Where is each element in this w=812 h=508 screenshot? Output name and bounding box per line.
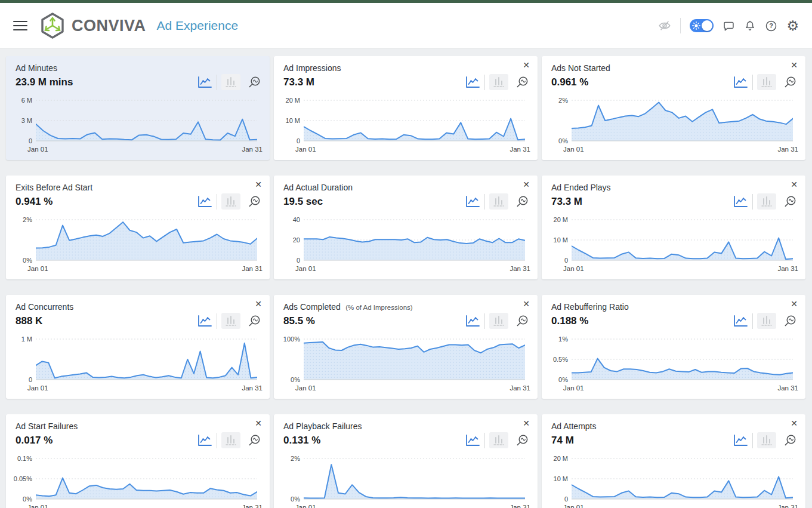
y-axis-tick-label: 6 M (6, 96, 32, 105)
x-axis-end-label: Jan 31 (777, 146, 798, 153)
inspect-magnifier-icon[interactable] (515, 195, 529, 208)
toolbar-divider (752, 313, 753, 329)
inspect-magnifier-icon[interactable] (783, 314, 797, 328)
metric-card: ✕ Ads Not Started 0.961 % (542, 56, 805, 160)
close-icon[interactable]: ✕ (253, 178, 264, 190)
inspect-magnifier-icon[interactable] (248, 433, 261, 447)
y-axis-tick-label: 0% (274, 375, 300, 384)
line-chart-toggle-icon[interactable] (732, 75, 748, 89)
y-axis-tick-label: 0% (6, 494, 32, 504)
bar-chart-toggle-icon[interactable] (757, 193, 776, 210)
y-axis-tick-label: 2% (274, 454, 300, 463)
inspect-magnifier-icon[interactable] (248, 75, 261, 89)
close-icon[interactable]: ✕ (521, 298, 532, 310)
conviva-logo-icon (39, 12, 66, 39)
line-chart-toggle-icon[interactable] (732, 314, 748, 328)
line-chart-toggle-icon[interactable] (464, 195, 480, 208)
line-chart-toggle-icon[interactable] (464, 75, 480, 89)
y-axis-tick-label: 0 (6, 375, 32, 384)
y-axis-tick-label: 40 (274, 215, 300, 224)
bar-chart-toggle-icon[interactable] (221, 193, 240, 210)
menu-icon[interactable] (13, 21, 27, 31)
theme-toggle[interactable] (690, 19, 714, 32)
card-title: Ad Impressions (283, 63, 341, 73)
card-toolbar (196, 313, 261, 329)
toolbar-divider (484, 75, 485, 90)
line-chart-toggle-icon[interactable] (196, 195, 212, 208)
x-axis-start-label: Jan 01 (27, 384, 48, 392)
line-chart-toggle-icon[interactable] (732, 195, 748, 208)
bar-chart-toggle-icon[interactable] (757, 313, 776, 329)
x-axis-start-label: Jan 01 (563, 146, 584, 153)
y-axis-tick-label: 0 (542, 494, 568, 504)
dashboard-grid: Ad Minutes 23.9 M mins (0, 49, 812, 508)
line-chart-toggle-icon[interactable] (196, 75, 212, 89)
hide-dashboard-eye-slash-icon[interactable] (658, 19, 671, 32)
close-icon[interactable]: ✕ (253, 298, 264, 310)
notifications-bell-icon[interactable] (744, 19, 756, 32)
bar-chart-toggle-icon[interactable] (489, 74, 508, 90)
bar-chart-toggle-icon[interactable] (489, 432, 508, 448)
x-axis-end-label: Jan 31 (510, 146, 530, 153)
inspect-magnifier-icon[interactable] (783, 433, 797, 447)
y-axis-tick-label: 2% (542, 96, 568, 105)
inspect-magnifier-icon[interactable] (783, 75, 797, 89)
close-icon[interactable]: ✕ (521, 417, 532, 429)
close-icon[interactable]: ✕ (253, 417, 264, 429)
area-chart: 02040 Jan 01 Jan 31 (274, 214, 538, 279)
card-toolbar (464, 313, 529, 329)
y-axis-tick-label: 20 M (542, 454, 568, 463)
bar-chart-toggle-icon[interactable] (221, 74, 240, 90)
toolbar-divider (752, 194, 753, 210)
inspect-magnifier-icon[interactable] (515, 75, 529, 89)
bar-chart-toggle-icon[interactable] (757, 432, 776, 448)
y-axis-tick-label: 100% (274, 334, 300, 344)
close-icon[interactable]: ✕ (789, 178, 799, 190)
line-chart-toggle-icon[interactable] (732, 433, 748, 447)
x-axis-end-label: Jan 31 (510, 504, 530, 508)
area-chart: 0%2% Jan 01 Jan 31 (6, 214, 270, 279)
bar-chart-toggle-icon[interactable] (757, 74, 776, 90)
x-axis-start-label: Jan 01 (295, 146, 316, 153)
inspect-magnifier-icon[interactable] (515, 433, 529, 447)
bar-chart-toggle-icon[interactable] (221, 432, 240, 448)
metric-card: ✕ Exits Before Ad Start 0.941 % (6, 176, 270, 279)
toolbar-divider (752, 75, 753, 90)
area-chart: 03 M6 M Jan 01 Jan 31 (6, 94, 270, 160)
close-icon[interactable]: ✕ (521, 59, 532, 71)
x-axis-start-label: Jan 01 (563, 504, 584, 508)
y-axis-tick-label: 20 M (274, 96, 300, 105)
inspect-magnifier-icon[interactable] (248, 314, 261, 328)
toggle-knob (702, 20, 712, 31)
page-title: Ad Experience (157, 19, 239, 33)
y-axis-tick-label: 10 M (542, 474, 568, 484)
close-icon[interactable]: ✕ (789, 59, 799, 71)
close-icon[interactable]: ✕ (789, 417, 799, 429)
inspect-magnifier-icon[interactable] (515, 314, 529, 328)
settings-gear-icon[interactable]: ⚙ (786, 19, 799, 33)
toolbar-divider (217, 313, 217, 329)
help-icon[interactable]: ? (765, 20, 777, 32)
chart-plot (304, 338, 525, 381)
toolbar-divider (484, 194, 485, 210)
line-chart-toggle-icon[interactable] (196, 433, 212, 447)
line-chart-toggle-icon[interactable] (464, 433, 480, 447)
bar-chart-toggle-icon[interactable] (489, 313, 508, 329)
bar-chart-toggle-icon[interactable] (489, 193, 508, 210)
close-icon[interactable]: ✕ (521, 178, 532, 190)
y-axis-tick-label: 0% (542, 375, 568, 384)
line-chart-toggle-icon[interactable] (464, 314, 480, 328)
inspect-magnifier-icon[interactable] (248, 195, 261, 208)
x-axis-end-label: Jan 31 (777, 384, 798, 392)
card-title: Ad Ended Plays (551, 183, 611, 192)
close-icon[interactable]: ✕ (789, 298, 799, 310)
area-chart: 010 M20 M Jan 01 Jan 31 (542, 214, 805, 279)
inspect-magnifier-icon[interactable] (783, 195, 797, 208)
line-chart-toggle-icon[interactable] (196, 314, 212, 328)
feedback-chat-icon[interactable] (723, 20, 735, 32)
bar-chart-toggle-icon[interactable] (221, 313, 240, 329)
metric-card: ✕ Ad Attempts 74 M (542, 414, 805, 508)
area-chart: 0%2% Jan 01 Jan 31 (274, 452, 538, 508)
card-toolbar (732, 193, 797, 210)
x-axis-start-label: Jan 01 (27, 504, 48, 508)
